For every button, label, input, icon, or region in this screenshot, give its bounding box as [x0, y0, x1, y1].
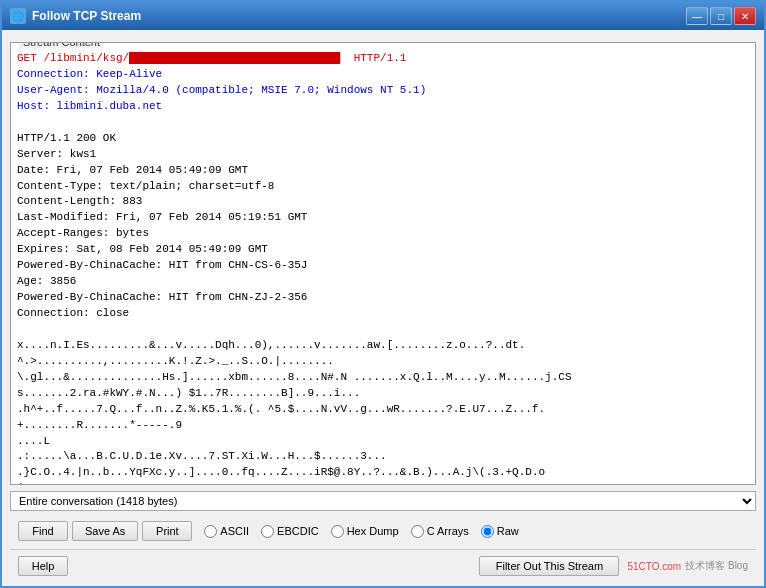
main-window: 🌐 Follow TCP Stream — □ ✕ Stream Content…	[0, 0, 766, 588]
dropdown-bar: Entire conversation (1418 bytes)From cli…	[10, 489, 756, 513]
print-button[interactable]: Print	[142, 521, 192, 541]
find-button[interactable]: Find	[18, 521, 68, 541]
stream-group-label: Stream Content	[19, 42, 104, 48]
radio-ebcdic[interactable]: EBCDIC	[261, 525, 319, 538]
controls-row: Find Save As Print ASCII EBCDIC Hex Dump	[10, 517, 756, 545]
radio-carrays[interactable]: C Arrays	[411, 525, 469, 538]
window-controls: — □ ✕	[686, 7, 756, 25]
stream-text-area[interactable]: GET /libmini/ksg/███████████████████████…	[11, 43, 755, 484]
watermark: 51CTO.com 技术博客 Blog	[627, 559, 748, 573]
bottom-bar: Help Filter Out This Stream 51CTO.com 技术…	[10, 549, 756, 582]
controls-left: Find Save As Print ASCII EBCDIC Hex Dump	[18, 521, 519, 541]
minimize-button[interactable]: —	[686, 7, 708, 25]
radio-ascii[interactable]: ASCII	[204, 525, 249, 538]
title-bar-left: 🌐 Follow TCP Stream	[10, 8, 141, 24]
bottom-right: Filter Out This Stream 51CTO.com 技术博客 Bl…	[479, 556, 748, 576]
title-bar: 🌐 Follow TCP Stream — □ ✕	[2, 2, 764, 30]
maximize-button[interactable]: □	[710, 7, 732, 25]
stream-content-group: Stream Content GET /libmini/ksg/████████…	[10, 42, 756, 485]
window-icon: 🌐	[10, 8, 26, 24]
save-as-button[interactable]: Save As	[72, 521, 138, 541]
encoding-radio-group: ASCII EBCDIC Hex Dump C Arrays	[204, 525, 518, 538]
radio-raw[interactable]: Raw	[481, 525, 519, 538]
conversation-dropdown[interactable]: Entire conversation (1418 bytes)From cli…	[10, 491, 756, 511]
inner-content: Stream Content GET /libmini/ksg/████████…	[2, 30, 764, 586]
radio-hexdump[interactable]: Hex Dump	[331, 525, 399, 538]
filter-out-button[interactable]: Filter Out This Stream	[479, 556, 619, 576]
help-button[interactable]: Help	[18, 556, 68, 576]
window-title: Follow TCP Stream	[32, 9, 141, 23]
close-button[interactable]: ✕	[734, 7, 756, 25]
